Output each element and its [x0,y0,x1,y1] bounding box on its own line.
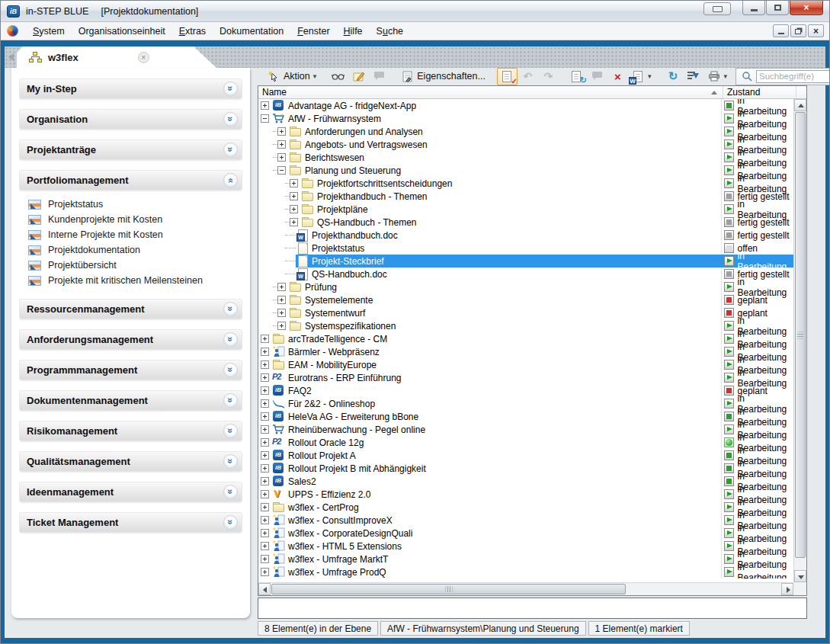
expand-plus-icon[interactable] [261,477,269,485]
expand-plus-icon[interactable] [261,425,269,434]
delete-button[interactable]: × [607,68,628,85]
table-row[interactable]: Rollout Projekt B mit Abhängigkeitin Bea… [258,462,793,475]
sidebar-item-interne-projekte-mit-kosten[interactable]: Interne Projekte mit Kosten [28,227,242,242]
table-row[interactable]: Projekthandbuch - Themenfertig gestellt [258,190,793,203]
table-row[interactable]: Planung und Steuerungin Bearbeitung [258,164,793,177]
expand-plus-icon[interactable] [277,283,286,291]
sidebar-item-projekte-mit-kritischen-meilensteinen[interactable]: Projekte mit kritischen Meilensteinen [28,273,242,288]
column-header-name[interactable]: Name [258,86,723,98]
menu-system[interactable]: System [26,24,72,39]
expand-chevron-icon[interactable]: » [223,112,238,127]
expand-plus-icon[interactable] [261,373,269,382]
menu-organisationseinheit[interactable]: Organisationseinheit [72,24,172,39]
expand-chevron-icon[interactable]: » [223,363,238,377]
horizontal-scroll-thumb[interactable] [271,584,626,594]
scroll-up-icon[interactable] [794,99,806,111]
table-row[interactable]: Projekt-Steckbriefin Bearbeitung [258,255,793,268]
expand-chevron-icon[interactable]: » [223,143,238,157]
table-row[interactable]: w3flex - CertProgin Bearbeitung [258,501,793,514]
document-check-button[interactable]: ✓ [497,68,518,85]
expand-plus-icon[interactable] [261,503,269,511]
table-row[interactable]: Systementwurfgeplant [258,306,793,319]
table-row[interactable]: Eurotrans - ERP Einführungin Bearbeitung [258,371,793,384]
close-button[interactable]: × [790,1,823,15]
table-row[interactable]: Systemspezifikationenin Bearbeitung [258,319,793,332]
menu-dokumentation[interactable]: Dokumentation [213,24,290,39]
table-row[interactable]: FAQ2geplant [258,384,793,397]
mdi-close-button[interactable]: × [808,24,824,37]
sidebar-item-projektdokumentation[interactable]: Projektdokumentation [28,242,242,258]
table-row[interactable]: Systemelementegeplant [258,293,793,306]
expand-plus-icon[interactable] [261,464,269,473]
table-row[interactable]: w3flex - CorporateDesignQualiin Bearbeit… [258,527,793,540]
table-row[interactable]: Projekthandbuch.docfertig gestellt [258,229,793,242]
table-row[interactable]: Rheinüberwachung - Pegel onlinein Bearbe… [258,423,793,436]
scroll-left-icon[interactable] [258,583,271,595]
expand-plus-icon[interactable] [261,101,269,110]
table-row[interactable]: Rollout Oracle 12gin Bearbeitung [258,436,793,449]
expand-plus-icon[interactable] [290,218,298,226]
table-row[interactable]: EAM - MobilityEuropein Bearbeitung [258,358,793,371]
sidebar-section-ticket-management[interactable]: Ticket Management» [19,512,242,533]
scroll-right-icon[interactable] [781,583,793,595]
mdi-minimize-button[interactable] [773,24,789,37]
table-row[interactable]: QS-Handbuch.docfertig gestellt [258,268,793,280]
expand-plus-icon[interactable] [277,127,286,136]
table-row[interactable]: Prüfungin Bearbeitung [258,280,793,293]
tab-close-icon[interactable]: × [138,52,149,63]
search-input[interactable] [756,70,830,83]
refresh-button[interactable]: ↻ [662,68,683,85]
collapse-chevron-icon[interactable]: » [223,173,238,187]
expand-plus-icon[interactable] [261,335,269,343]
table-row[interactable]: Projektstatusoffen [258,242,793,255]
sidebar-item-projektstatus[interactable]: Projektstatus [28,197,242,212]
expand-plus-icon[interactable] [261,386,269,395]
expand-plus-icon[interactable] [261,516,269,524]
horizontal-scrollbar[interactable] [258,582,793,595]
tab-scroll-left-icon[interactable] [8,53,14,61]
expand-chevron-icon[interactable]: » [223,393,238,408]
table-row[interactable]: w3flex - HTML 5 Extensionsin Bearbeitung [258,540,793,553]
scroll-down-icon[interactable] [794,570,806,582]
mdi-restore-button[interactable] [790,24,806,37]
sidebar-section-portfoliomanagement[interactable]: Portfoliomanagement» [19,170,242,191]
expand-plus-icon[interactable] [261,412,269,421]
sidebar-section-risikomanagement[interactable]: Risikomanagement» [19,421,242,441]
expand-plus-icon[interactable] [261,555,269,563]
sidebar-section-programmmanagement[interactable]: Programmmanagement» [19,360,242,380]
collapse-minus-icon[interactable] [261,114,269,123]
expand-plus-icon[interactable] [261,490,269,498]
sidebar-section-qualitätsmanagement[interactable]: Qualitätsmanagement» [19,451,242,472]
expand-plus-icon[interactable] [290,179,298,187]
table-row[interactable]: QS-Handbuch - Themenfertig gestellt [258,216,793,229]
document-refresh-button[interactable]: ↻ [566,68,587,85]
table-row[interactable]: w3flex - ConsultImproveXin Bearbeitung [258,514,793,527]
sidebar-section-ressourcenmanagement[interactable]: Ressourcenmanagement» [19,299,242,319]
expand-chevron-icon[interactable]: » [223,454,238,469]
table-row[interactable]: Advantage AG - fridgeNext-Appin Bearbeit… [258,99,793,112]
sidebar-item-projektübersicht[interactable]: Projektübersicht [28,258,242,273]
table-row[interactable]: AfW - Frühwarnsystemin Bearbeitung [258,112,793,125]
menu-hilfe[interactable]: Hilfe [337,24,370,39]
vertical-scroll-thumb[interactable] [795,112,806,558]
vertical-scrollbar[interactable] [793,99,806,582]
sidebar-section-anforderungsmanagement[interactable]: Anforderungsmanagement» [19,329,242,350]
expand-plus-icon[interactable] [261,529,269,537]
table-row[interactable]: Rollout Projekt Ain Bearbeitung [258,449,793,462]
table-row[interactable]: Anforderungen und Analysenin Bearbeitung [258,125,793,138]
table-row[interactable]: Projektfortschrittsentscheidungenin Bear… [258,177,793,190]
word-export-button[interactable]: W ▾ [628,68,655,85]
expand-plus-icon[interactable] [261,399,269,408]
minimize-button[interactable] [742,1,765,15]
table-row[interactable]: Sales2in Bearbeitung [258,475,793,488]
aktion-button[interactable]: Aktion ▾ [264,68,320,85]
table-row[interactable]: w3flex - Umfrage MarktTin Bearbeitung [258,553,793,566]
expand-plus-icon[interactable] [277,309,286,317]
expand-plus-icon[interactable] [261,438,269,447]
expand-plus-icon[interactable] [261,348,269,356]
collapse-minus-icon[interactable] [277,166,286,175]
docking-button[interactable] [703,2,731,15]
eigenschaften-button[interactable]: Eigenschaften... [397,68,489,85]
table-row[interactable]: Bärmler - Webpräsenzin Bearbeitung [258,345,793,358]
expand-plus-icon[interactable] [277,322,286,330]
